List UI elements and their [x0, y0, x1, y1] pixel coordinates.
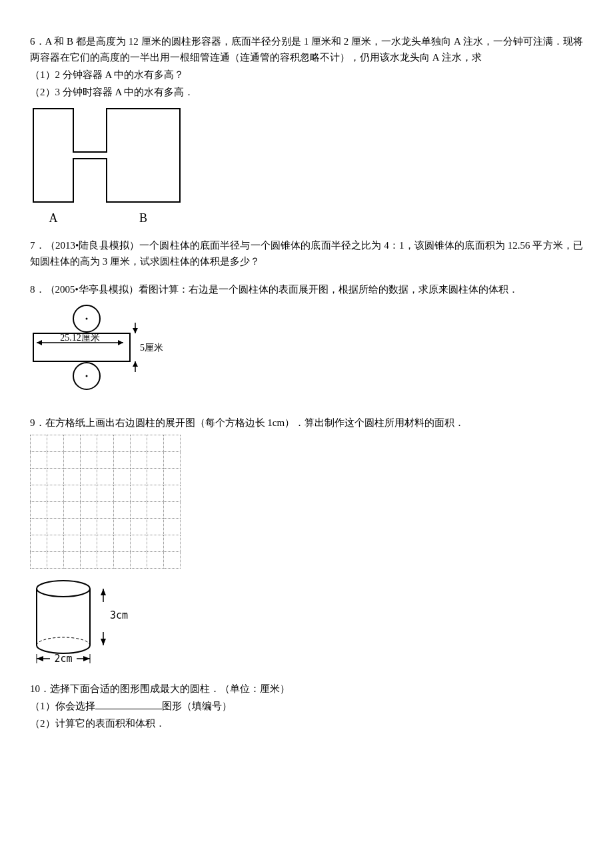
q7-num: 7． [30, 240, 45, 251]
question-10: 10．选择下面合适的图形围成最大的圆柱．（单位：厘米） （1）你会选择图形（填编… [30, 681, 583, 731]
q9-grid [30, 435, 181, 569]
svg-marker-28 [83, 656, 90, 661]
q6-sub2: （2）3 分钟时容器 A 中的水有多高． [30, 84, 583, 100]
svg-point-7 [86, 318, 88, 320]
question-6: 6．A 和 B 都是高度为 12 厘米的圆柱形容器，底面半径分别是 1 厘米和 … [30, 33, 583, 225]
q6-label-b: B [139, 211, 147, 225]
svg-rect-1 [107, 109, 180, 202]
svg-point-10 [86, 375, 88, 377]
q6-sub1: （1）2 分钟容器 A 中的水有多高？ [30, 67, 583, 83]
q9-dim-w: 2cm [54, 653, 72, 665]
q9-dim-h: 3cm [110, 609, 128, 621]
svg-marker-12 [37, 340, 42, 345]
q6-figure: A B [30, 105, 583, 225]
question-8: 8．（2005•华亭县模拟）看图计算：右边是一个圆柱体的表面展开图，根据所给的数… [30, 281, 583, 403]
question-7: 7．（2013•陆良县模拟）一个圆柱体的底面半径与一个圆锥体的底面半径之比为 4… [30, 237, 583, 269]
q8-num: 8． [30, 284, 45, 295]
q6-text: 6．A 和 B 都是高度为 12 厘米的圆柱形容器，底面半径分别是 1 厘米和 … [30, 33, 583, 65]
q6-num: 6． [30, 36, 45, 47]
svg-marker-24 [101, 639, 106, 645]
svg-marker-13 [118, 340, 123, 345]
svg-marker-26 [37, 656, 43, 661]
q6-label-a: A [49, 211, 58, 225]
q8-dim-h: 5厘米 [140, 343, 163, 353]
q10-blank[interactable] [95, 699, 162, 709]
q9-cylinder: 3cm 2cm [30, 575, 583, 669]
q10-sub2: （2）计算它的表面积和体积． [30, 715, 583, 731]
q8-text: 8．（2005•华亭县模拟）看图计算：右边是一个圆柱体的表面展开图，根据所给的数… [30, 281, 583, 297]
svg-marker-22 [101, 589, 106, 595]
svg-point-18 [37, 581, 90, 597]
q8-dim-w: 25.12厘米 [60, 333, 100, 343]
svg-marker-15 [133, 328, 138, 333]
q10-text: 10．选择下面合适的图形围成最大的圆柱．（单位：厘米） [30, 681, 583, 697]
q9-text: 9．在方格纸上画出右边圆柱的展开图（每个方格边长 1cm）．算出制作这个圆柱所用… [30, 415, 583, 431]
q8-figure: 25.12厘米 5厘米 [30, 303, 583, 403]
svg-marker-17 [133, 361, 138, 367]
svg-rect-0 [33, 109, 73, 202]
q7-text: 7．（2013•陆良县模拟）一个圆柱体的底面半径与一个圆锥体的底面半径之比为 4… [30, 237, 583, 269]
question-9: 9．在方格纸上画出右边圆柱的展开图（每个方格边长 1cm）．算出制作这个圆柱所用… [30, 415, 583, 669]
q9-num: 9． [30, 417, 45, 428]
q10-num: 10． [30, 683, 50, 694]
q10-sub1: （1）你会选择图形（填编号） [30, 698, 583, 714]
